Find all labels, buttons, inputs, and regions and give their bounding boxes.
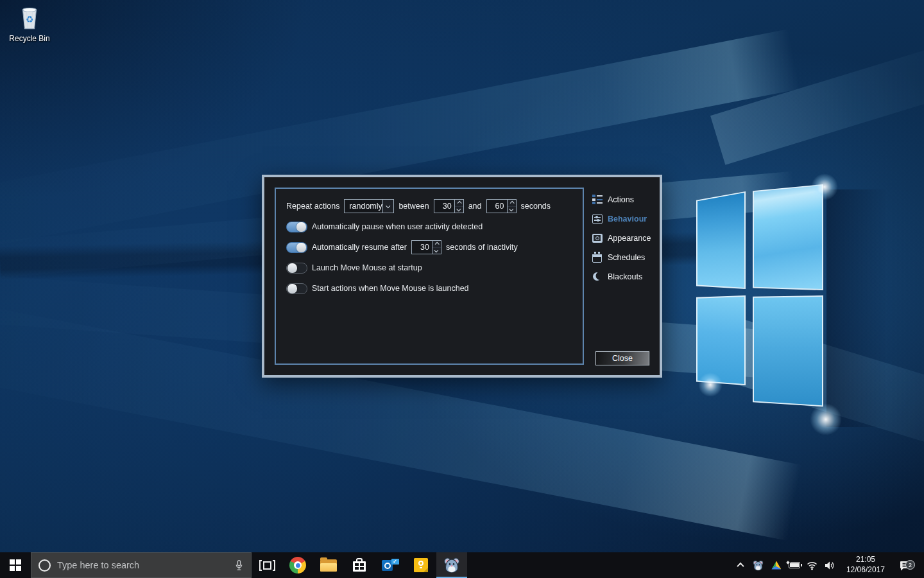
google-keep-icon [414,558,428,572]
recycle-bin-shortcut[interactable]: ♻ Recycle Bin [5,5,54,43]
min-seconds-spinner[interactable]: 30 [434,199,464,213]
pause-on-activity-toggle[interactable] [286,222,307,232]
taskbar-app-outlook[interactable]: ✓ [375,552,406,578]
and-label: and [468,202,482,211]
taskbar: ✓ [0,552,924,578]
repeat-actions-label: Repeat actions [286,202,339,211]
chrome-icon [289,557,306,574]
search-input[interactable] [57,560,231,570]
windows-logo-pane [753,180,823,290]
cortana-ring-icon [38,559,51,572]
taskbar-app-file-explorer[interactable] [313,552,344,578]
taskbar-app-move-mouse[interactable] [436,552,467,578]
windows-logo-pane [753,295,823,408]
notification-badge: 2 [905,560,915,570]
auto-resume-label-after: seconds of inactivity [446,243,518,252]
auto-resume-label-before: Automatically resume after [312,243,407,252]
start-on-launch-label: Start actions when Move Mouse is launche… [312,284,469,293]
tray-google-drive-icon[interactable] [769,556,783,574]
task-view-button[interactable] [252,552,282,578]
sidebar-label-schedules: Schedules [608,253,645,262]
light-glint [698,372,723,397]
tray-chevron-up-icon[interactable] [733,556,748,574]
taskbar-search-box[interactable] [31,552,252,578]
between-label: between [398,202,429,211]
taskbar-app-microsoft-store[interactable] [344,552,375,578]
repeat-mode-dropdown[interactable]: randomly [344,199,394,213]
logo-shadow [826,189,887,427]
recycle-bin-label: Recycle Bin [9,34,49,43]
windows-logo-pane [696,191,746,289]
microphone-icon[interactable] [235,559,243,572]
taskbar-app-google-keep[interactable] [406,552,436,578]
resume-seconds-value: 30 [412,241,432,254]
sidebar-item-appearance[interactable]: Appearance [592,231,660,245]
clock-time: 21:05 [856,555,875,565]
windows-start-icon [10,559,21,571]
resume-seconds-spinner[interactable]: 30 [411,240,441,254]
launch-at-startup-label: Launch Move Mouse at startup [312,263,422,272]
sidebar-label-behaviour: Behaviour [608,215,647,223]
spinner-down-icon[interactable] [432,248,441,254]
auto-resume-row: Automatically resume after 30 seconds of… [286,240,518,254]
light-glint [811,173,838,200]
repeat-actions-row: Repeat actions randomly between 30 and 6… [286,199,551,213]
image-icon [592,232,603,243]
close-button[interactable]: Close [595,351,649,365]
calendar-icon [592,252,603,263]
max-seconds-value: 60 [487,200,507,213]
tray-volume-icon[interactable] [823,556,837,574]
start-on-launch-toggle[interactable] [286,283,307,294]
sliders-icon [592,213,603,224]
tray-move-mouse-icon[interactable] [751,556,766,574]
clock-date: 12/06/2017 [846,565,885,575]
action-center-button[interactable]: 2 [894,559,916,572]
light-glint [810,403,842,435]
repeat-mode-value: randomly [345,200,382,213]
system-tray: 21:05 12/06/2017 2 [733,552,924,578]
taskbar-app-chrome[interactable] [282,552,313,578]
actions-list-icon [592,194,603,205]
min-seconds-value: 30 [434,200,454,213]
sidebar-label-actions: Actions [608,195,634,204]
move-mouse-icon [443,557,460,574]
start-on-launch-row: Start actions when Move Mouse is launche… [286,281,469,295]
auto-resume-toggle[interactable] [286,242,307,253]
max-seconds-spinner[interactable]: 60 [486,199,517,213]
tray-wifi-icon[interactable] [805,556,819,574]
pause-on-activity-row: Automatically pause when user activity d… [286,220,483,234]
seconds-label: seconds [521,202,551,211]
settings-sidebar: Actions Behaviour Appearance Schedules B… [592,193,660,283]
moon-icon [592,271,603,282]
move-mouse-window: Repeat actions randomly between 30 and 6… [262,175,662,378]
microsoft-store-icon [352,558,366,572]
spinner-down-icon[interactable] [508,207,516,213]
svg-text:♻: ♻ [26,15,33,24]
launch-at-startup-row: Launch Move Mouse at startup [286,261,422,275]
recycle-bin-icon: ♻ [16,5,43,32]
sidebar-item-blackouts[interactable]: Blackouts [592,270,660,283]
sidebar-label-appearance: Appearance [608,234,651,243]
sidebar-label-blackouts: Blackouts [608,272,642,281]
sidebar-item-behaviour[interactable]: Behaviour [592,212,660,225]
behaviour-settings-panel: Repeat actions randomly between 30 and 6… [275,188,584,365]
spinner-up-icon[interactable] [432,241,441,248]
outlook-icon: ✓ [382,559,399,572]
launch-at-startup-toggle[interactable] [286,263,307,274]
pause-on-activity-label: Automatically pause when user activity d… [312,222,483,231]
sidebar-item-actions[interactable]: Actions [592,193,660,206]
light-beam [710,40,924,164]
file-explorer-icon [320,559,337,572]
start-button[interactable] [0,552,31,578]
windows-logo-pane [696,295,746,385]
spinner-up-icon[interactable] [455,200,463,207]
task-view-icon [259,560,275,571]
tray-battery-icon[interactable] [787,556,801,574]
spinner-up-icon[interactable] [508,200,516,207]
spinner-down-icon[interactable] [455,207,463,213]
taskbar-clock[interactable]: 21:05 12/06/2017 [841,555,890,575]
sidebar-item-schedules[interactable]: Schedules [592,250,660,264]
chevron-down-icon[interactable] [382,200,394,213]
